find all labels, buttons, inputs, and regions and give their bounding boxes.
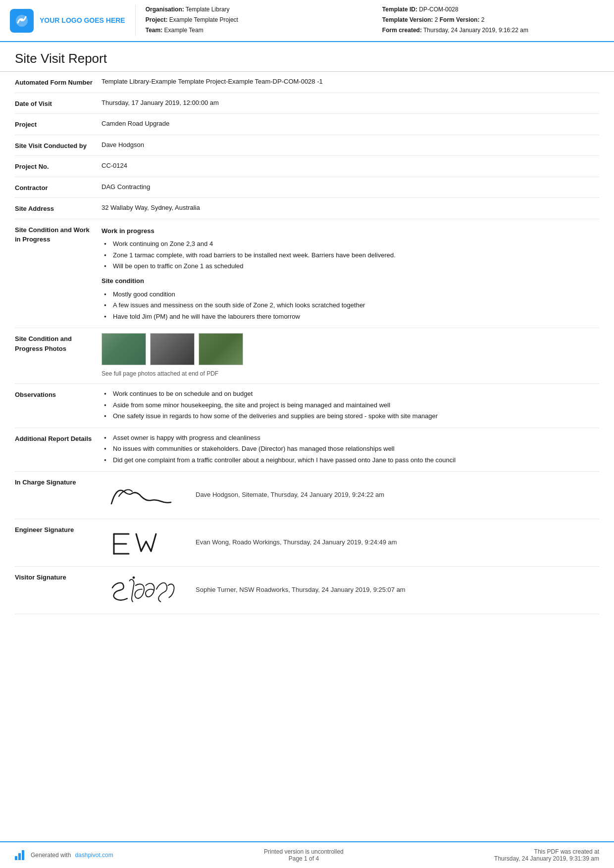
site-condition-items-list: Mostly good condition A few issues and m… bbox=[102, 289, 599, 322]
additional-report-label: Additional Report Details bbox=[15, 433, 102, 444]
observations-value: Work continues to be on schedule and on … bbox=[102, 389, 599, 423]
automated-form-number-label: Automated Form Number bbox=[15, 77, 102, 88]
photos-caption: See full page photos attached at end of … bbox=[102, 369, 599, 379]
footer-left: Generated with dashpivot.com bbox=[15, 850, 113, 860]
observation-item-1: Work continues to be on schedule and on … bbox=[104, 389, 599, 399]
photos-row: Site Condition and Progress Photos See f… bbox=[15, 328, 599, 384]
observation-item-2: Aside from some minor housekeeping, the … bbox=[104, 400, 599, 410]
footer: Generated with dashpivot.com Printed ver… bbox=[0, 841, 614, 868]
version-line: Template Version: 2 Form Version: 2 bbox=[382, 15, 599, 24]
project-value: Camden Road Upgrade bbox=[102, 119, 599, 129]
observations-row: Observations Work continues to be on sch… bbox=[15, 384, 599, 428]
additional-item-1: Asset owner is happy with progress and c… bbox=[104, 433, 599, 443]
site-visit-conducted-value: Dave Hodgson bbox=[102, 140, 599, 150]
photo-thumb-3 bbox=[199, 333, 243, 365]
in-charge-signature-row: In Charge Signature Dave Hodgson, Sitema… bbox=[15, 472, 599, 519]
photos-thumbnails bbox=[102, 333, 599, 365]
page-title-section: Site Visit Report bbox=[0, 42, 614, 72]
observations-list: Work continues to be on schedule and on … bbox=[102, 389, 599, 421]
pdf-created-value: Thursday, 24 January 2019, 9:31:39 am bbox=[494, 855, 599, 862]
photos-value: See full page photos attached at end of … bbox=[102, 333, 599, 379]
site-visit-conducted-label: Site Visit Conducted by bbox=[15, 140, 102, 151]
footer-right: This PDF was created at Thursday, 24 Jan… bbox=[494, 848, 599, 862]
observation-item-3: One safety issue in regards to how some … bbox=[104, 411, 599, 421]
svg-point-1 bbox=[20, 18, 23, 21]
visitor-signature-value: Sophie Turner, NSW Roadworks, Thursday, … bbox=[102, 572, 599, 609]
project-no-label: Project No. bbox=[15, 161, 102, 172]
photo-thumb-2 bbox=[150, 333, 195, 365]
visitor-signature-text: Sophie Turner, NSW Roadworks, Thursday, … bbox=[196, 585, 599, 595]
visitor-signature-image bbox=[102, 572, 181, 609]
svg-rect-7 bbox=[15, 856, 17, 860]
in-charge-signature-value: Dave Hodgson, Sitemate, Thursday, 24 Jan… bbox=[102, 477, 599, 514]
work-item-2: Zone 1 tarmac complete, with road barrie… bbox=[104, 250, 599, 260]
photos-label: Site Condition and Progress Photos bbox=[15, 333, 102, 353]
site-condition-label: Site Condition and Work in Progress bbox=[15, 224, 102, 244]
additional-report-row: Additional Report Details Asset owner is… bbox=[15, 428, 599, 472]
header-meta: Organisation: Template Library Project: … bbox=[135, 5, 599, 36]
header: YOUR LOGO GOES HERE Organisation: Templa… bbox=[0, 0, 614, 42]
photo-thumb-1 bbox=[102, 333, 146, 365]
header-col-left: Organisation: Template Library Project: … bbox=[146, 5, 362, 36]
site-condition-heading: Site condition bbox=[102, 276, 599, 287]
site-condition-row: Site Condition and Work in Progress Work… bbox=[15, 219, 599, 329]
visitor-signature-label: Visitor Signature bbox=[15, 572, 102, 582]
visitor-signature-row: Visitor Signature bbox=[15, 567, 599, 614]
date-of-visit-value: Thursday, 17 January 2019, 12:00:00 am bbox=[102, 98, 599, 108]
site-address-label: Site Address bbox=[15, 203, 102, 214]
printed-text: Printed version is uncontrolled bbox=[264, 848, 344, 855]
date-of-visit-row: Date of Visit Thursday, 17 January 2019,… bbox=[15, 93, 599, 114]
pdf-created-label: This PDF was created at bbox=[494, 848, 599, 855]
project-no-row: Project No. CC-0124 bbox=[15, 156, 599, 177]
site-condition-value: Work in progress Work continuing on Zone… bbox=[102, 224, 599, 323]
org-line: Organisation: Template Library bbox=[146, 5, 362, 14]
site-condition-item-1: Mostly good condition bbox=[104, 289, 599, 299]
date-of-visit-label: Date of Visit bbox=[15, 98, 102, 109]
work-item-1: Work continuing on Zone 2,3 and 4 bbox=[104, 239, 599, 249]
svg-rect-9 bbox=[22, 850, 24, 860]
page-title: Site Visit Report bbox=[15, 51, 599, 66]
page: YOUR LOGO GOES HERE Organisation: Templa… bbox=[0, 0, 614, 868]
project-label: Project bbox=[15, 119, 102, 130]
team-line: Team: Example Team bbox=[146, 26, 362, 35]
engineer-signature-value: Evan Wong, Roado Workings, Thursday, 24 … bbox=[102, 524, 599, 561]
dashpivot-link[interactable]: dashpivot.com bbox=[75, 852, 113, 859]
work-in-progress-heading: Work in progress bbox=[102, 226, 599, 237]
engineer-signature-area: Evan Wong, Roado Workings, Thursday, 24 … bbox=[102, 524, 599, 561]
site-address-row: Site Address 32 Wallaby Way, Sydney, Aus… bbox=[15, 198, 599, 219]
engineer-signature-text: Evan Wong, Roado Workings, Thursday, 24 … bbox=[196, 537, 599, 548]
engineer-signature-label: Engineer Signature bbox=[15, 524, 102, 535]
additional-item-3: Did get one complaint from a traffic con… bbox=[104, 455, 599, 465]
observations-label: Observations bbox=[15, 389, 102, 400]
additional-report-value: Asset owner is happy with progress and c… bbox=[102, 433, 599, 467]
automated-form-number-value: Template Library-Example Template Projec… bbox=[102, 77, 599, 87]
project-line: Project: Example Template Project bbox=[146, 15, 362, 24]
in-charge-signature-text: Dave Hodgson, Sitemate, Thursday, 24 Jan… bbox=[196, 490, 599, 500]
site-condition-item-2: A few issues and messiness on the south … bbox=[104, 300, 599, 310]
svg-point-6 bbox=[133, 577, 135, 579]
contractor-value: DAG Contracting bbox=[102, 182, 599, 193]
logo-text: YOUR LOGO GOES HERE bbox=[40, 16, 125, 25]
project-no-value: CC-0124 bbox=[102, 161, 599, 171]
automated-form-number-row: Automated Form Number Template Library-E… bbox=[15, 72, 599, 93]
content: Automated Form Number Template Library-E… bbox=[0, 72, 614, 841]
work-item-3: Will be open to traffic on Zone 1 as sch… bbox=[104, 261, 599, 271]
dashpivot-logo-icon bbox=[15, 850, 27, 860]
generated-text: Generated with bbox=[31, 852, 71, 859]
in-charge-signature-image bbox=[102, 477, 181, 514]
contractor-label: Contractor bbox=[15, 182, 102, 193]
contractor-row: Contractor DAG Contracting bbox=[15, 177, 599, 198]
site-condition-item-3: Have told Jim (PM) and he will have the … bbox=[104, 312, 599, 322]
form-created-line: Form created: Thursday, 24 January 2019,… bbox=[382, 26, 599, 35]
header-col-right: Template ID: DP-COM-0028 Template Versio… bbox=[382, 5, 599, 36]
site-visit-conducted-row: Site Visit Conducted by Dave Hodgson bbox=[15, 135, 599, 156]
logo-area: YOUR LOGO GOES HERE bbox=[10, 5, 125, 36]
in-charge-signature-area: Dave Hodgson, Sitemate, Thursday, 24 Jan… bbox=[102, 477, 599, 514]
in-charge-signature-label: In Charge Signature bbox=[15, 477, 102, 487]
visitor-signature-area: Sophie Turner, NSW Roadworks, Thursday, … bbox=[102, 572, 599, 609]
page-number: Page 1 of 4 bbox=[264, 855, 344, 862]
engineer-signature-image bbox=[102, 524, 181, 561]
logo-icon bbox=[10, 9, 34, 33]
footer-center: Printed version is uncontrolled Page 1 o… bbox=[264, 848, 344, 862]
template-id-line: Template ID: DP-COM-0028 bbox=[382, 5, 599, 14]
